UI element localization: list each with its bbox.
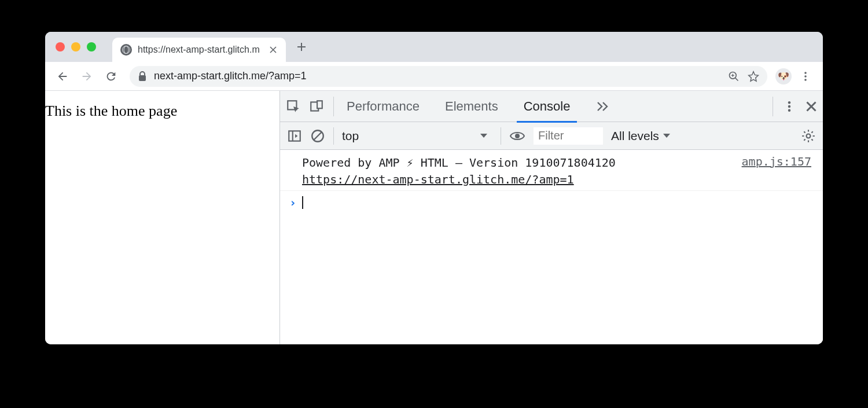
svg-rect-7: [317, 101, 322, 108]
console-log-row: Powered by AMP ⚡ HTML – Version 19100718…: [280, 150, 823, 191]
svg-point-2: [804, 72, 807, 74]
prompt-caret-icon: ›: [289, 196, 296, 209]
address-bar[interactable]: next-amp-start.glitch.me/?amp=1: [130, 66, 767, 87]
svg-point-13: [515, 134, 520, 138]
clear-console-icon[interactable]: [310, 128, 325, 144]
svg-rect-0: [139, 75, 146, 81]
page-body-text: This is the home page: [45, 102, 177, 119]
console-source-link[interactable]: amp.js:157: [742, 155, 811, 168]
forward-button[interactable]: [76, 66, 97, 87]
browser-tab[interactable]: https://next-amp-start.glitch.m: [112, 38, 286, 62]
console-sidebar-toggle-icon[interactable]: [287, 128, 302, 144]
svg-point-10: [788, 109, 790, 111]
window-controls: [56, 42, 96, 52]
svg-point-9: [788, 105, 790, 107]
close-window-button[interactable]: [56, 42, 65, 52]
log-levels-label: All levels: [611, 129, 659, 143]
console-prompt[interactable]: ›: [280, 191, 823, 214]
console-output: Powered by AMP ⚡ HTML – Version 19100718…: [280, 150, 823, 344]
tab-performance[interactable]: Performance: [334, 91, 432, 122]
svg-rect-11: [289, 131, 300, 141]
back-button[interactable]: [52, 66, 73, 87]
tab-strip: https://next-amp-start.glitch.m: [45, 32, 823, 62]
console-settings-gear-icon[interactable]: [801, 128, 816, 144]
context-selector[interactable]: top: [342, 129, 492, 143]
console-message-link[interactable]: https://next-amp-start.glitch.me/?amp=1: [302, 172, 574, 186]
console-toolbar: top All levels: [280, 122, 823, 150]
svg-point-14: [807, 134, 811, 138]
globe-icon: [120, 44, 132, 56]
page-viewport: This is the home page: [45, 91, 279, 344]
text-cursor: [302, 196, 303, 209]
zoom-icon[interactable]: [728, 71, 740, 82]
minimize-window-button[interactable]: [71, 42, 80, 52]
maximize-window-button[interactable]: [87, 42, 96, 52]
context-label: top: [342, 129, 359, 143]
svg-point-4: [804, 79, 807, 81]
new-tab-button[interactable]: [296, 42, 307, 52]
lock-icon: [138, 71, 147, 82]
devtools-tabbar: Performance Elements Console: [280, 91, 823, 122]
browser-window: https://next-amp-start.glitch.m next-amp…: [45, 32, 823, 344]
tab-console[interactable]: Console: [511, 91, 583, 122]
live-expression-eye-icon[interactable]: [509, 130, 525, 142]
devtools-menu-icon[interactable]: [784, 101, 795, 112]
inspect-element-icon[interactable]: [286, 99, 301, 114]
device-toolbar-icon[interactable]: [309, 99, 324, 114]
url-text: next-amp-start.glitch.me/?amp=1: [154, 70, 307, 82]
reload-button[interactable]: [101, 66, 122, 87]
content-area: This is the home page Performance Elemen…: [45, 91, 823, 344]
close-tab-button[interactable]: [269, 45, 278, 54]
tab-elements[interactable]: Elements: [432, 91, 511, 122]
browser-toolbar: next-amp-start.glitch.me/?amp=1 🐶: [45, 62, 823, 91]
log-levels-selector[interactable]: All levels: [611, 129, 671, 143]
console-message-text: Powered by AMP ⚡ HTML – Version 19100718…: [302, 156, 616, 170]
console-filter-input[interactable]: [534, 127, 603, 145]
devtools-panel: Performance Elements Console: [279, 91, 823, 344]
profile-avatar[interactable]: 🐶: [775, 68, 792, 84]
svg-point-3: [804, 75, 807, 78]
tab-title: https://next-amp-start.glitch.m: [138, 45, 263, 55]
console-message: Powered by AMP ⚡ HTML – Version 19100718…: [302, 155, 724, 188]
bookmark-star-icon[interactable]: [748, 71, 759, 82]
svg-point-8: [788, 101, 790, 104]
tab-overflow[interactable]: [583, 91, 622, 122]
browser-menu-button[interactable]: [795, 66, 816, 87]
devtools-close-icon[interactable]: [806, 101, 817, 112]
